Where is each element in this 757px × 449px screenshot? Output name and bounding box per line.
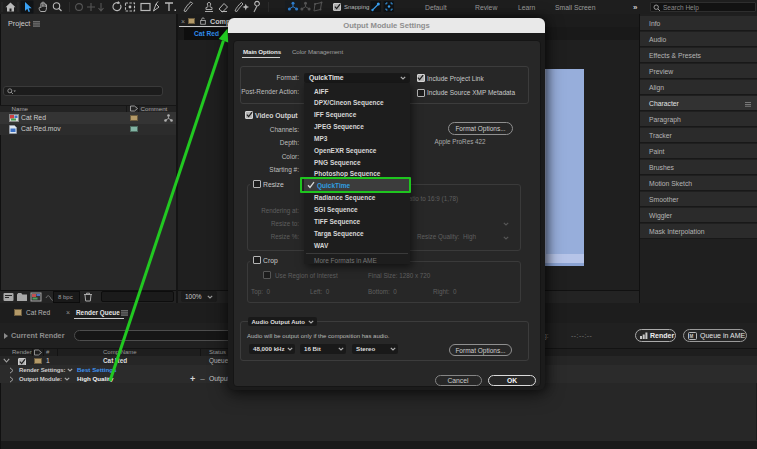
svg-text:8 bpc: 8 bpc <box>58 294 73 300</box>
svg-text:M: M <box>690 333 694 338</box>
